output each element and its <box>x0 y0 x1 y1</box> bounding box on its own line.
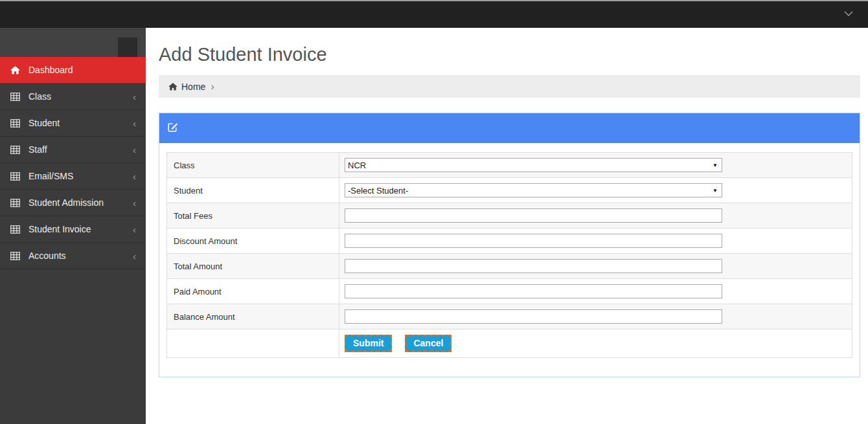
form-row-discount-amount: Discount Amount <box>167 229 852 254</box>
sidebar-item-student-invoice[interactable]: Student Invoice ‹ <box>0 216 146 243</box>
sidebar-item-label: Accounts <box>29 251 66 261</box>
chevron-left-icon: ‹ <box>133 145 136 155</box>
sidebar: Dashboard Class ‹ Student <box>0 28 146 424</box>
field-label-class: Class <box>174 161 195 170</box>
invoice-form-table: ClassNCR▼Student-Select Student-▼Total F… <box>166 152 852 358</box>
table-icon <box>10 172 21 181</box>
sidebar-item-staff[interactable]: Staff ‹ <box>0 137 146 163</box>
chevron-left-icon: ‹ <box>133 198 136 208</box>
field-label-total-amount: Total Amount <box>174 262 222 271</box>
field-label-paid-amount: Paid Amount <box>174 287 222 296</box>
breadcrumb-home-link[interactable]: Home <box>181 82 205 92</box>
sidebar-item-class[interactable]: Class ‹ <box>0 84 146 110</box>
sidebar-item-label: Email/SMS <box>29 171 73 181</box>
sidebar-item-student-admission[interactable]: Student Admission ‹ <box>0 190 146 216</box>
sidebar-item-dashboard[interactable]: Dashboard <box>0 57 146 84</box>
form-row-balance-amount: Balance Amount <box>167 304 852 329</box>
sidebar-item-label: Staff <box>29 144 47 155</box>
chevron-left-icon: ‹ <box>133 172 136 181</box>
sidebar-item-label: Student <box>29 118 60 128</box>
form-panel: ClassNCR▼Student-Select Student-▼Total F… <box>159 113 860 377</box>
table-icon <box>10 93 21 101</box>
sidebar-header <box>0 28 146 57</box>
sidebar-item-email-sms[interactable]: Email/SMS ‹ <box>0 163 146 190</box>
cancel-button[interactable]: Cancel <box>405 335 451 352</box>
page-title: Add Student Invoice <box>159 44 860 65</box>
input-balance-amount[interactable] <box>345 309 722 324</box>
input-paid-amount[interactable] <box>345 284 722 298</box>
submit-button[interactable]: Submit <box>345 335 392 352</box>
chevron-left-icon: ‹ <box>133 92 136 102</box>
sidebar-item-student[interactable]: Student ‹ <box>0 110 146 137</box>
select-class[interactable]: NCR <box>345 158 722 172</box>
main-content: Add Student Invoice Home › ClassNCR▼Stud… <box>146 28 868 424</box>
form-row-total-fees: Total Fees <box>167 203 852 229</box>
panel-body: ClassNCR▼Student-Select Student-▼Total F… <box>159 143 860 377</box>
form-row-class: ClassNCR▼ <box>167 153 852 178</box>
table-icon <box>10 119 21 128</box>
sidebar-item-label: Student Invoice <box>29 224 91 234</box>
input-total-fees[interactable] <box>345 208 722 223</box>
sidebar-item-label: Dashboard <box>29 65 73 75</box>
select-student[interactable]: -Select Student- <box>345 183 722 197</box>
home-icon <box>168 83 177 91</box>
table-icon <box>10 225 21 234</box>
input-discount-amount[interactable] <box>345 234 722 248</box>
chevron-left-icon: ‹ <box>133 118 136 128</box>
edit-icon <box>168 122 178 135</box>
chevron-down-icon[interactable] <box>843 8 854 19</box>
table-icon <box>10 199 21 207</box>
sidebar-item-label: Class <box>29 91 51 102</box>
input-total-amount[interactable] <box>345 259 722 273</box>
home-icon <box>10 66 21 74</box>
form-row-paid-amount: Paid Amount <box>167 279 852 304</box>
form-row-actions: SubmitCancel <box>167 329 852 358</box>
field-label-student: Student <box>174 186 203 195</box>
topbar <box>0 0 868 28</box>
form-row-total-amount: Total Amount <box>167 254 852 279</box>
panel-header <box>159 113 860 143</box>
chevron-left-icon: ‹ <box>133 225 136 234</box>
field-label-discount-amount: Discount Amount <box>174 236 237 246</box>
table-icon <box>10 146 21 154</box>
breadcrumb-divider-icon: › <box>211 81 214 92</box>
chevron-left-icon: ‹ <box>133 251 136 261</box>
table-icon <box>10 252 21 260</box>
sidebar-item-label: Student Admission <box>29 197 104 208</box>
sidebar-item-accounts[interactable]: Accounts ‹ <box>0 243 146 269</box>
breadcrumb: Home › <box>159 75 860 98</box>
form-row-student: Student-Select Student-▼ <box>167 178 852 203</box>
sidebar-menu: Dashboard Class ‹ Student <box>0 57 146 269</box>
sidebar-toggle[interactable] <box>118 38 137 57</box>
field-label-balance-amount: Balance Amount <box>174 312 235 322</box>
field-label-total-fees: Total Fees <box>174 211 212 221</box>
